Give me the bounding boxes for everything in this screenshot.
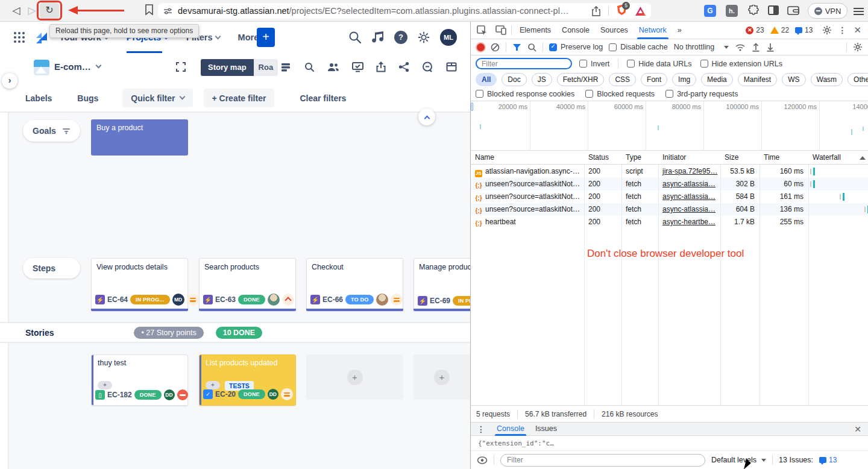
more-tabs-button[interactable]: » (672, 22, 687, 39)
log-levels-dropdown[interactable]: Default levels (711, 456, 766, 464)
column-header-size[interactable]: Size (720, 151, 760, 165)
pill-other[interactable]: Other (848, 73, 868, 86)
preserve-log-checkbox[interactable]: Preserve log (549, 43, 603, 51)
project-switcher[interactable]: E-com… (54, 61, 101, 72)
import-har-icon[interactable] (752, 43, 760, 52)
jira-logo[interactable] (34, 30, 49, 46)
search-network-icon[interactable] (527, 43, 536, 52)
network-conditions-icon[interactable] (735, 43, 746, 51)
pill-font[interactable]: Font (641, 73, 667, 86)
inspect-element-icon[interactable] (477, 25, 487, 36)
h-extension-icon[interactable]: h. (726, 5, 738, 17)
pill-js[interactable]: JS (532, 73, 552, 86)
pill-ws[interactable]: WS (782, 73, 805, 86)
url-text[interactable]: devsamurai-stg.atlassian.net/projects/EC… (178, 6, 568, 16)
expand-sidebar-button[interactable]: › (2, 73, 17, 89)
story-card[interactable]: List products updated+TESTS✓EC-20DONEDD (199, 354, 296, 406)
search-icon[interactable] (348, 30, 362, 45)
release-panel-icon[interactable] (446, 61, 457, 72)
brave-rewards-icon[interactable] (635, 6, 646, 16)
vpn-button[interactable]: VPN (808, 3, 848, 19)
drawer-tab-issues[interactable]: Issues (530, 422, 562, 436)
goals-row-label[interactable]: Goals (23, 120, 80, 142)
checkbox-blocked-requests[interactable]: Blocked requests (585, 90, 655, 98)
issues-count[interactable]: 13 (795, 26, 813, 34)
pill-css[interactable]: CSS (609, 73, 636, 86)
bookmark-icon[interactable] (142, 4, 156, 17)
stories-row-label[interactable]: Stories (25, 328, 54, 338)
column-header-type[interactable]: Type (621, 151, 658, 165)
sidebar-icon[interactable] (768, 5, 779, 15)
roadmap-tab[interactable]: Roa (254, 59, 278, 76)
initiator-link[interactable]: async-atlassia… (662, 192, 715, 201)
record-network-log-icon[interactable] (477, 43, 485, 51)
step-card[interactable]: Search products⚡EC-63DONE (199, 258, 296, 311)
initiator-link[interactable]: async-atlassia… (662, 180, 715, 188)
collapse-rows-button[interactable] (418, 109, 435, 125)
people-icon[interactable] (327, 61, 339, 72)
pill-wasm[interactable]: Wasm (811, 73, 843, 86)
column-header-time[interactable]: Time (760, 151, 808, 165)
live-expression-eye-icon[interactable] (477, 456, 488, 464)
initiator-link[interactable]: async-atlassia… (662, 205, 715, 213)
console-log-entry[interactable]: {"extension_id":"c… (471, 436, 868, 451)
devtools-settings-icon[interactable] (822, 25, 832, 35)
url-bar[interactable]: devsamurai-stg.atlassian.net/projects/EC… (158, 3, 651, 19)
issues-badge[interactable]: 13 (819, 456, 837, 464)
initiator-link[interactable]: async-heartbe… (662, 218, 715, 226)
checkbox-3rd-party-requests[interactable]: 3rd-party requests (665, 90, 738, 98)
user-avatar[interactable]: ML (440, 29, 457, 46)
share-icon[interactable] (592, 6, 600, 16)
wallet-icon[interactable] (787, 5, 799, 16)
pill-doc[interactable]: Doc (502, 73, 526, 86)
site-settings-icon[interactable] (163, 6, 173, 16)
share-nodes-icon[interactable] (398, 61, 409, 72)
export-icon[interactable] (376, 61, 386, 72)
goal-card[interactable]: Buy a product (91, 119, 188, 156)
fullscreen-icon[interactable] (175, 61, 186, 72)
devtools-tab-network[interactable]: Network (634, 22, 672, 39)
browser-menu-icon[interactable] (854, 6, 864, 17)
console-filter-input[interactable] (500, 454, 705, 467)
add-label-button[interactable]: + (98, 381, 112, 389)
help-icon[interactable]: ? (394, 31, 407, 44)
create-filter-button[interactable]: + Create filter (204, 89, 275, 107)
checkbox-hide-extension-urls[interactable]: Hide extension URLs (700, 60, 782, 68)
devtools-menu-icon[interactable]: ⋮ (838, 25, 846, 35)
filter-bugs[interactable]: Bugs (77, 93, 98, 103)
initiator-link[interactable]: jira-spa.72fe95… (662, 167, 717, 175)
add-card-placeholder[interactable]: + (414, 354, 470, 400)
devtools-tab-console[interactable]: Console (556, 22, 595, 39)
device-toolbar-icon[interactable] (495, 25, 506, 35)
step-card[interactable]: View products details⚡EC-64IN PROG...MD (91, 258, 188, 311)
drawer-close-icon[interactable]: ✕ (854, 424, 861, 434)
export-har-icon[interactable] (766, 43, 775, 52)
step-card[interactable]: Manage products⚡EC-69IN PROG... (414, 258, 470, 311)
steps-row-label[interactable]: Steps (23, 258, 80, 279)
pill-fetch-xhr[interactable]: Fetch/XHR (557, 73, 605, 86)
display-check-icon[interactable] (352, 61, 363, 72)
network-overview-timeline[interactable]: 20000 ms40000 ms60000 ms80000 ms100000 m… (471, 101, 868, 151)
story-map-tab[interactable]: Story map (201, 59, 254, 76)
pill-all[interactable]: All (476, 73, 497, 86)
disable-cache-checkbox[interactable]: Disable cache (609, 43, 668, 51)
story-card[interactable]: thuy test+▯EC-182DONEDD (91, 354, 188, 406)
devtools-tab-elements[interactable]: Elements (514, 22, 556, 39)
add-card-placeholder[interactable]: + (306, 354, 403, 400)
pill-media[interactable]: Media (701, 73, 733, 86)
filter-labels[interactable]: Labels (25, 93, 52, 103)
network-filter-input[interactable] (476, 58, 572, 69)
quick-filter-button[interactable]: Quick filter (122, 89, 192, 107)
column-header-initiator[interactable]: Initiator (658, 151, 720, 165)
throttling-dropdown[interactable]: No throttling (674, 43, 729, 51)
drawer-tab-console[interactable]: Console (491, 422, 530, 436)
create-issue-button[interactable]: + (257, 28, 275, 47)
error-count[interactable]: ✕23 (746, 26, 764, 34)
clear-network-log-icon[interactable] (491, 43, 500, 52)
pill-img[interactable]: Img (672, 73, 696, 86)
warning-count[interactable]: 22 (770, 26, 789, 34)
step-card[interactable]: Checkout⚡EC-66TO DO (306, 258, 403, 311)
back-button[interactable]: ◁ (10, 4, 23, 17)
feedback-icon[interactable] (422, 61, 433, 72)
notifications-icon[interactable] (372, 30, 386, 45)
